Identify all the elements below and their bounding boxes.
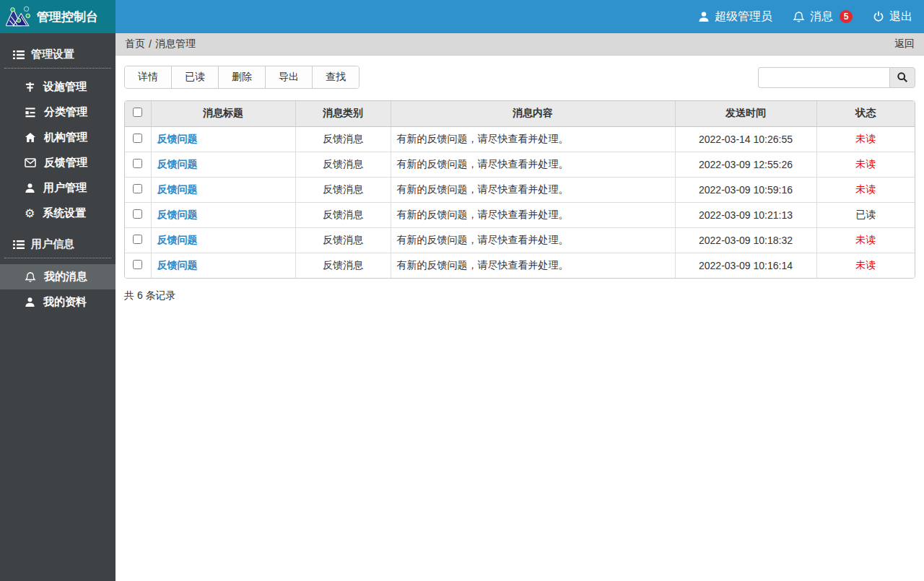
message-time: 2022-03-14 10:26:55 — [675, 126, 816, 152]
table-row: 反馈问题 反馈消息 有新的反馈问题，请尽快查看并处理。 2022-03-09 1… — [125, 227, 915, 253]
find-button[interactable]: 查找 — [313, 66, 359, 88]
message-category: 反馈消息 — [295, 202, 391, 227]
message-status: 未读 — [816, 152, 915, 177]
message-category: 反馈消息 — [295, 152, 391, 177]
message-category: 反馈消息 — [295, 253, 391, 278]
table-row: 反馈问题 反馈消息 有新的反馈问题，请尽快查看并处理。 2022-03-09 1… — [125, 177, 915, 202]
message-title-link[interactable]: 反馈问题 — [157, 259, 198, 271]
bell-icon — [25, 271, 36, 283]
topbar-messages[interactable]: 消息 5 — [793, 9, 853, 25]
message-title-link[interactable]: 反馈问题 — [157, 234, 198, 245]
breadcrumb-current: 消息管理 — [155, 38, 196, 51]
topbar-logout-label: 退出 — [889, 9, 912, 25]
search-button[interactable] — [889, 67, 915, 88]
sidebar-item-label: 用户管理 — [43, 181, 87, 195]
sidebar-item-org[interactable]: 机构管理 — [0, 125, 116, 150]
list-icon — [13, 50, 25, 60]
table-row: 反馈问题 反馈消息 有新的反馈问题，请尽快查看并处理。 2022-03-09 1… — [125, 202, 915, 227]
topbar-user[interactable]: 超级管理员 — [698, 9, 772, 25]
row-checkbox[interactable] — [133, 260, 142, 269]
user-icon — [698, 11, 710, 22]
category-list-icon — [25, 107, 36, 118]
toolbar: 详情 已读 删除 导出 查找 — [124, 66, 915, 89]
row-checkbox[interactable] — [133, 159, 142, 168]
power-icon — [873, 11, 884, 22]
user-icon — [25, 183, 35, 193]
sidebar-item-feedback[interactable]: 反馈管理 — [0, 150, 116, 175]
message-time: 2022-03-09 10:18:32 — [675, 227, 816, 253]
sidebar-item-facility[interactable]: 设施管理 — [0, 74, 116, 100]
row-checkbox[interactable] — [133, 184, 142, 193]
col-header-status: 状态 — [816, 101, 915, 126]
app-title: 管理控制台 — [37, 9, 98, 25]
message-time: 2022-03-09 10:59:16 — [675, 177, 816, 202]
sidebar: 管理控制台 管理设置 — [0, 0, 116, 581]
table-header-row: 消息标题 消息类别 消息内容 发送时间 状态 — [125, 101, 915, 126]
sidebar-item-my-profile[interactable]: 我的资料 — [0, 289, 116, 315]
message-status: 未读 — [816, 253, 915, 278]
message-title-link[interactable]: 反馈问题 — [157, 183, 198, 195]
road-icon — [25, 82, 35, 92]
sidebar-section-label: 用户信息 — [31, 237, 74, 251]
breadcrumb-bar: 首页 / 消息管理 返回 — [116, 33, 924, 56]
sidebar-item-label: 我的资料 — [43, 295, 87, 309]
gear-icon: ⚙︎ — [25, 208, 35, 219]
topbar-messages-label: 消息 — [810, 9, 833, 25]
sidebar-item-settings[interactable]: ⚙︎ 系统设置 — [0, 201, 116, 226]
breadcrumb-separator: / — [149, 38, 152, 50]
message-status: 未读 — [816, 177, 915, 202]
detail-button[interactable]: 详情 — [125, 66, 172, 88]
mark-read-button[interactable]: 已读 — [172, 66, 219, 88]
table-row: 反馈问题 反馈消息 有新的反馈问题，请尽快查看并处理。 2022-03-14 1… — [125, 126, 915, 152]
row-checkbox[interactable] — [133, 209, 142, 219]
message-content: 有新的反馈问题，请尽快查看并处理。 — [391, 152, 675, 177]
sidebar-item-my-messages[interactable]: 我的消息 — [0, 264, 116, 289]
table-row: 反馈问题 反馈消息 有新的反馈问题，请尽快查看并处理。 2022-03-09 1… — [125, 253, 915, 278]
user-icon — [25, 297, 35, 307]
back-link[interactable]: 返回 — [894, 38, 915, 51]
message-content: 有新的反馈问题，请尽快查看并处理。 — [391, 253, 675, 278]
app-logo-area: 管理控制台 — [0, 0, 116, 33]
message-category: 反馈消息 — [295, 126, 391, 152]
list-icon — [13, 240, 25, 250]
delete-button[interactable]: 删除 — [219, 66, 266, 88]
message-title-link[interactable]: 反馈问题 — [157, 158, 198, 170]
export-button[interactable]: 导出 — [266, 66, 313, 88]
search-icon — [897, 71, 908, 83]
select-all-checkbox[interactable] — [133, 108, 142, 117]
action-button-group: 详情 已读 删除 导出 查找 — [124, 66, 359, 89]
sidebar-section-label: 管理设置 — [31, 48, 74, 61]
sidebar-item-label: 分类管理 — [44, 105, 87, 119]
topbar-logout[interactable]: 退出 — [873, 9, 912, 25]
sidebar-item-users[interactable]: 用户管理 — [0, 175, 116, 201]
sidebar-item-label: 设施管理 — [43, 80, 87, 94]
sidebar-item-category[interactable]: 分类管理 — [0, 100, 116, 125]
message-status: 未读 — [816, 227, 915, 253]
sidebar-item-label: 反馈管理 — [44, 156, 87, 170]
sidebar-section-userinfo: 用户信息 — [4, 229, 111, 258]
message-status: 未读 — [816, 126, 915, 152]
sidebar-userinfo-items: 我的消息 我的资料 — [0, 258, 116, 318]
message-content: 有新的反馈问题，请尽快查看并处理。 — [391, 202, 675, 227]
message-content: 有新的反馈问题，请尽快查看并处理。 — [391, 227, 675, 253]
sidebar-admin-items: 设施管理 分类管理 — [0, 69, 116, 229]
message-title-link[interactable]: 反馈问题 — [157, 133, 198, 144]
message-title-link[interactable]: 反馈问题 — [157, 209, 198, 220]
message-category: 反馈消息 — [295, 227, 391, 253]
messages-table: 消息标题 消息类别 消息内容 发送时间 状态 反馈问题 反馈消息 有新的反馈问 — [125, 101, 915, 278]
search-group — [758, 67, 915, 88]
topbar: 超级管理员 消息 5 — [116, 0, 924, 33]
search-input[interactable] — [758, 67, 889, 88]
sidebar-item-label: 机构管理 — [44, 131, 87, 144]
sidebar-item-label: 系统设置 — [43, 206, 86, 220]
col-header-category: 消息类别 — [295, 101, 391, 126]
record-count: 共 6 条记录 — [124, 289, 915, 302]
content-panel: 详情 已读 删除 导出 查找 — [116, 56, 924, 581]
breadcrumb-home[interactable]: 首页 — [125, 38, 145, 51]
message-content: 有新的反馈问题，请尽快查看并处理。 — [391, 177, 675, 202]
row-checkbox[interactable] — [133, 235, 142, 244]
row-checkbox[interactable] — [133, 134, 142, 143]
topbar-user-label: 超级管理员 — [715, 9, 772, 25]
main-area: 超级管理员 消息 5 — [116, 0, 924, 581]
message-content: 有新的反馈问题，请尽快查看并处理。 — [391, 126, 675, 152]
